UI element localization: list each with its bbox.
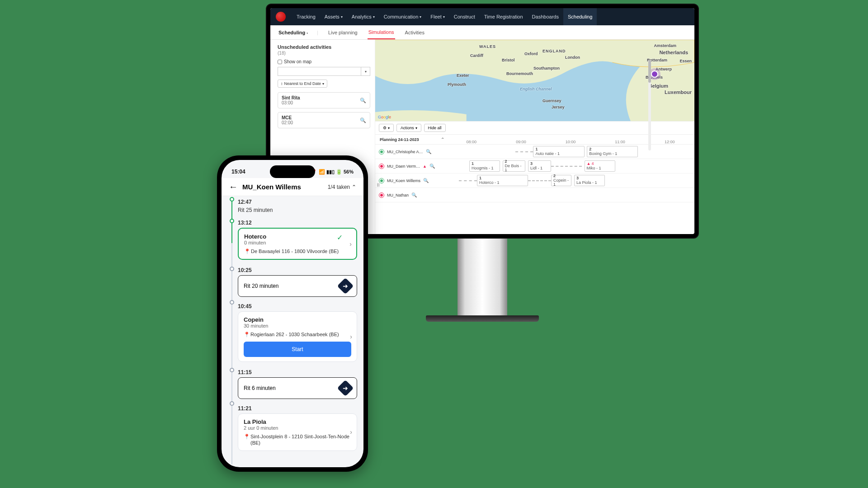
search-icon[interactable]: 🔍: [360, 98, 366, 103]
visibility-icon[interactable]: [379, 164, 384, 169]
timeline-dot: [230, 267, 234, 271]
gantt-task[interactable]: 1Auto natie - 1: [533, 146, 584, 157]
chevron-down-icon: ▾: [373, 15, 375, 19]
monitor-stand: [458, 239, 507, 315]
tab-simulations[interactable]: Simulations: [368, 25, 395, 39]
map-label: Essen: [679, 59, 692, 63]
stop-card[interactable]: Copein30 minuten📍Rogierlaan 262 - 1030 S…: [238, 311, 357, 361]
start-button[interactable]: Start: [244, 342, 351, 357]
sort-button[interactable]: ↕ Nearest to End Date ▾: [278, 80, 327, 88]
gantt-track[interactable]: 1Hoterco - 12Copein - 13La Piola - 1: [439, 174, 694, 188]
google-logo: Google: [378, 115, 391, 119]
stop-card[interactable]: Hoterco0 minuten📍De Bavaaylei 116 - 1800…: [238, 228, 357, 260]
ride-card[interactable]: Rit 20 minuten➜: [238, 275, 357, 297]
collapse-icon[interactable]: ⌃: [439, 137, 447, 142]
activity-card[interactable]: MCE02:00🔍: [278, 112, 370, 128]
timeline-dot: [230, 401, 234, 406]
checkbox-input[interactable]: [278, 60, 282, 64]
gantt-task[interactable]: 2De Buis - 1: [503, 160, 526, 172]
hour-label: 11:00: [615, 140, 625, 144]
monitor-base: [426, 315, 539, 322]
gantt-task-warning[interactable]: ▲4Miko - 1: [585, 160, 615, 172]
gantt-task[interactable]: 2Copein - 1: [551, 175, 571, 186]
show-on-map-checkbox[interactable]: Show on map: [278, 59, 370, 64]
gear-icon: ⚙: [383, 126, 387, 130]
pause-icon[interactable]: ⏸: [375, 178, 381, 192]
search-icon[interactable]: 🔍: [411, 192, 417, 197]
gantt-task[interactable]: 3La Piola - 1: [574, 175, 605, 186]
map-view[interactable]: Amsterdam Netherlands Rotterdam Antwerp …: [375, 40, 694, 121]
map-label: Belgium: [649, 83, 668, 89]
navigate-icon[interactable]: ➜: [337, 278, 354, 295]
stop-card[interactable]: La Piola2 uur 0 minuten📍Sint-Joostplein …: [238, 413, 357, 451]
sub-nav: Scheduling › | Live planningSimulationsA…: [270, 25, 694, 40]
travel-segment: [459, 180, 477, 181]
stop-title: Hoterco: [244, 233, 351, 240]
gantt-track[interactable]: 1Hoogmis - 12De Buis - 13Lidl - 1▲4Miko …: [439, 159, 694, 173]
search-icon[interactable]: 🔍: [429, 164, 435, 169]
chevron-down-icon: ▾: [322, 82, 324, 86]
nav-fleet[interactable]: Fleet▾: [426, 8, 449, 25]
stop-title: La Piola: [244, 418, 351, 425]
phone-timeline[interactable]: 12:47Rit 25 minuten13:12Hoterco0 minuten…: [222, 196, 363, 465]
nav-dashboards[interactable]: Dashboards: [528, 8, 563, 25]
nav-assets[interactable]: Assets▾: [320, 8, 347, 25]
nav-communication[interactable]: Communication▾: [379, 8, 426, 25]
visibility-icon[interactable]: [379, 149, 384, 155]
map-label: Bristol: [502, 58, 515, 62]
gantt-track[interactable]: [439, 188, 694, 202]
search-filter-dropdown[interactable]: ▾: [361, 67, 370, 76]
chevron-right-icon: ›: [307, 31, 308, 35]
navigate-icon[interactable]: ➜: [337, 380, 354, 396]
hide-all-button[interactable]: Hide all: [424, 124, 446, 132]
back-button[interactable]: ←: [229, 182, 238, 192]
pin-icon: 📍: [244, 433, 248, 440]
search-icon[interactable]: 🔍: [423, 178, 429, 183]
nav-analytics[interactable]: Analytics▾: [347, 8, 379, 25]
activity-card[interactable]: Sint Rita03:00🔍: [278, 92, 370, 108]
stop-address: 📍De Bavaaylei 116 - 1800 Vilvoorde (BE): [244, 248, 351, 254]
gantt-date-label: Planning 24-11-2023: [375, 137, 439, 142]
nav-tracking[interactable]: Tracking: [292, 8, 320, 25]
timeline-time: 12:47: [238, 199, 357, 205]
ride-card[interactable]: Rit 6 minuten➜: [238, 377, 357, 399]
timeline-dot: [230, 197, 234, 202]
timeline-dot: [230, 219, 234, 223]
visibility-icon[interactable]: [379, 192, 384, 198]
settings-button[interactable]: ⚙▾: [379, 124, 394, 132]
search-icon[interactable]: 🔍: [426, 149, 431, 154]
gantt-chart: Planning 24-11-2023 ⌃ 08:0009:0010:0011:…: [375, 135, 694, 234]
timeline-time: 10:25: [238, 267, 357, 273]
ride-label: Rit 6 minuten: [244, 385, 276, 391]
panel-count: (18): [278, 51, 370, 56]
brand-logo[interactable]: [276, 12, 286, 22]
tab-live-planning[interactable]: Live planning: [327, 25, 359, 39]
gantt-task[interactable]: 1Hoterco - 1: [477, 175, 528, 186]
map-marker[interactable]: [651, 70, 658, 78]
nav-time-registration[interactable]: Time Registration: [480, 8, 528, 25]
stop-address: 📍Rogierlaan 262 - 1030 Schaarbeek (BE): [244, 331, 351, 338]
nav-construct[interactable]: Construct: [449, 8, 480, 25]
timeline-dot: [230, 300, 234, 305]
map-label: Jersey: [552, 105, 565, 109]
actions-button[interactable]: Actions▾: [396, 124, 421, 132]
activity-title: MCE: [282, 115, 293, 120]
stop-duration: 30 minuten: [244, 323, 351, 328]
tab-activities[interactable]: Activities: [404, 25, 425, 39]
scrollbar[interactable]: [648, 60, 651, 150]
activity-duration: 03:00: [282, 100, 300, 105]
hour-label: 09:00: [516, 140, 526, 144]
phone-header: ← MU_Koen Willems 1/4 taken ⌃: [222, 178, 363, 196]
activity-search-input[interactable]: [278, 67, 361, 76]
nav-scheduling[interactable]: Scheduling: [563, 8, 597, 25]
search-row: ▾: [278, 67, 370, 76]
search-icon[interactable]: 🔍: [360, 117, 366, 123]
gantt-task[interactable]: 2Boxing Gym - 1: [587, 146, 638, 157]
ride-label: Rit 20 minuten: [244, 283, 278, 289]
progress-indicator[interactable]: 1/4 taken ⌃: [328, 184, 356, 190]
gantt-task[interactable]: 1Hoogmis - 1: [469, 160, 500, 172]
timeline-time: 11:15: [238, 369, 357, 375]
gantt-task[interactable]: 3Lidl - 1: [528, 160, 551, 172]
gantt-track[interactable]: 1Auto natie - 12Boxing Gym - 1: [439, 145, 694, 159]
timeline-note: Rit 25 minuten: [238, 207, 357, 213]
